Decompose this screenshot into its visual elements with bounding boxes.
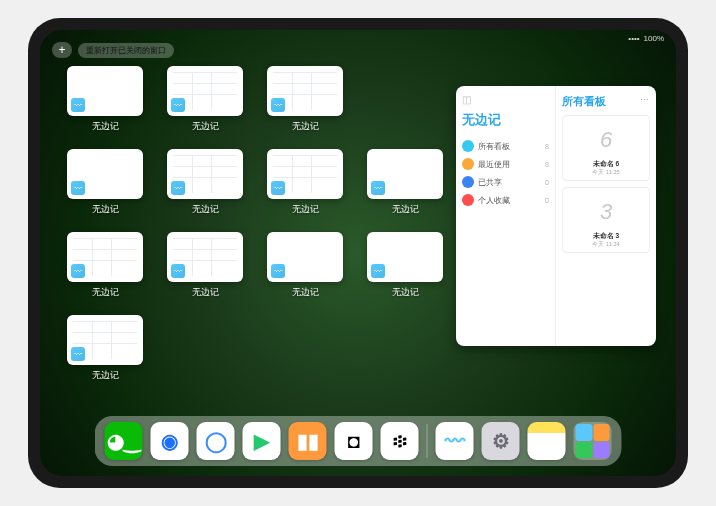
- panel-main: … 所有看板 6未命名 6今天 11:253未命名 3今天 11:24: [556, 86, 656, 346]
- expose-thumbnail[interactable]: 〰: [167, 232, 243, 282]
- row-count: 8: [545, 143, 549, 150]
- expose-label: 无边记: [292, 120, 319, 133]
- expose-window[interactable]: 〰无边记: [165, 66, 245, 133]
- expose-label: 无边记: [92, 120, 119, 133]
- expose-label: 无边记: [292, 203, 319, 216]
- board-date: 今天 11:24: [567, 241, 645, 248]
- board-date: 今天 11:25: [567, 169, 645, 176]
- app-badge-icon: 〰: [371, 181, 385, 195]
- expose-window[interactable]: 〰无边记: [65, 66, 145, 133]
- ipad-frame: •••• 100% + 重新打开已关闭的窗口 〰无边记〰无边记〰无边记〰无边记〰…: [28, 18, 688, 488]
- expose-window[interactable]: 〰无边记: [265, 232, 345, 299]
- expose-window[interactable]: 〰无边记: [165, 149, 245, 216]
- sidebar-item[interactable]: 所有看板8: [462, 137, 549, 155]
- expose-thumbnail[interactable]: 〰: [267, 66, 343, 116]
- app-badge-icon: 〰: [171, 98, 185, 112]
- expose-thumbnail[interactable]: 〰: [67, 232, 143, 282]
- expose-thumbnail[interactable]: 〰: [67, 149, 143, 199]
- board-preview: 3: [567, 192, 645, 232]
- expose-window[interactable]: 〰无边记: [265, 66, 345, 133]
- wifi-icon: ••••: [628, 34, 639, 43]
- row-icon: [462, 176, 474, 188]
- expose-label: 无边记: [92, 286, 119, 299]
- expose-thumbnail[interactable]: 〰: [267, 232, 343, 282]
- app-badge-icon: 〰: [171, 264, 185, 278]
- sidebar-item[interactable]: 最近使用8: [462, 155, 549, 173]
- battery-percent: 100%: [644, 34, 664, 43]
- dock-app-qq[interactable]: ◉: [151, 422, 189, 460]
- sidebar-icon: ◫: [462, 94, 549, 105]
- row-count: 0: [545, 197, 549, 204]
- dock-app-wechat[interactable]: ◕‿: [105, 422, 143, 460]
- row-icon: [462, 194, 474, 206]
- expose-label: 无边记: [292, 286, 319, 299]
- dock-app-notes[interactable]: [528, 422, 566, 460]
- row-label: 最近使用: [478, 159, 510, 170]
- app-badge-icon: 〰: [271, 181, 285, 195]
- dock-app-blackwhite[interactable]: ◘: [335, 422, 373, 460]
- app-badge-icon: 〰: [71, 347, 85, 361]
- expose-window[interactable]: 〰无边记: [365, 149, 445, 216]
- app-badge-icon: 〰: [371, 264, 385, 278]
- board-preview: 6: [567, 120, 645, 160]
- app-badge-icon: 〰: [271, 264, 285, 278]
- expose-label: 无边记: [92, 369, 119, 382]
- expose-label: 无边记: [192, 203, 219, 216]
- expose-thumbnail[interactable]: 〰: [67, 315, 143, 365]
- new-window-button[interactable]: +: [52, 42, 72, 58]
- row-count: 0: [545, 179, 549, 186]
- expose-window[interactable]: 〰无边记: [265, 149, 345, 216]
- expose-thumbnail[interactable]: 〰: [267, 149, 343, 199]
- expose-window[interactable]: 〰无边记: [365, 232, 445, 299]
- row-count: 8: [545, 161, 549, 168]
- expose-window[interactable]: 〰无边记: [65, 315, 145, 382]
- expose-thumbnail[interactable]: 〰: [367, 232, 443, 282]
- row-label: 个人收藏: [478, 195, 510, 206]
- app-badge-icon: 〰: [71, 181, 85, 195]
- panel-right-title: 所有看板: [562, 94, 650, 109]
- dock: ◕‿◉◯▶▮▮◘፨〰⚙: [95, 416, 622, 466]
- expose-window[interactable]: 〰无边记: [65, 232, 145, 299]
- panel-sidebar: ◫ 无边记 所有看板8最近使用8已共享0个人收藏0: [456, 86, 556, 346]
- app-badge-icon: 〰: [171, 181, 185, 195]
- expose-label: 无边记: [92, 203, 119, 216]
- expose-window[interactable]: 〰无边记: [65, 149, 145, 216]
- screen: •••• 100% + 重新打开已关闭的窗口 〰无边记〰无边记〰无边记〰无边记〰…: [40, 30, 676, 476]
- dock-app-settings[interactable]: ⚙: [482, 422, 520, 460]
- dock-app-quark[interactable]: ◯: [197, 422, 235, 460]
- dock-app-library[interactable]: [574, 422, 612, 460]
- row-label: 已共享: [478, 177, 502, 188]
- expose-thumbnail[interactable]: 〰: [367, 149, 443, 199]
- dock-app-dots[interactable]: ፨: [381, 422, 419, 460]
- dock-app-video[interactable]: ▶: [243, 422, 281, 460]
- board-title: 未命名 3: [567, 232, 645, 241]
- board-title: 未命名 6: [567, 160, 645, 169]
- dock-app-books[interactable]: ▮▮: [289, 422, 327, 460]
- panel-left-title: 无边记: [462, 111, 549, 129]
- sidebar-item[interactable]: 个人收藏0: [462, 191, 549, 209]
- board-card[interactable]: 3未命名 3今天 11:24: [562, 187, 650, 253]
- row-icon: [462, 140, 474, 152]
- row-icon: [462, 158, 474, 170]
- expose-label: 无边记: [192, 120, 219, 133]
- expose-thumbnail[interactable]: 〰: [167, 149, 243, 199]
- expose-grid: 〰无边记〰无边记〰无边记〰无边记〰无边记〰无边记〰无边记〰无边记〰无边记〰无边记…: [65, 66, 445, 382]
- expose-thumbnail[interactable]: 〰: [67, 66, 143, 116]
- expose-label: 无边记: [392, 286, 419, 299]
- freeform-panel[interactable]: ◫ 无边记 所有看板8最近使用8已共享0个人收藏0 … 所有看板 6未命名 6今…: [456, 86, 656, 346]
- app-badge-icon: 〰: [71, 98, 85, 112]
- app-badge-icon: 〰: [271, 98, 285, 112]
- dock-app-freeform[interactable]: 〰: [436, 422, 474, 460]
- dock-divider: [427, 424, 428, 458]
- expose-thumbnail[interactable]: 〰: [167, 66, 243, 116]
- sidebar-item[interactable]: 已共享0: [462, 173, 549, 191]
- app-badge-icon: 〰: [71, 264, 85, 278]
- board-card[interactable]: 6未命名 6今天 11:25: [562, 115, 650, 181]
- expose-label: 无边记: [392, 203, 419, 216]
- more-icon[interactable]: …: [640, 92, 650, 102]
- expose-label: 无边记: [192, 286, 219, 299]
- row-label: 所有看板: [478, 141, 510, 152]
- reopen-closed-window-button[interactable]: 重新打开已关闭的窗口: [78, 43, 174, 58]
- expose-window[interactable]: 〰无边记: [165, 232, 245, 299]
- status-bar: •••• 100%: [628, 34, 664, 43]
